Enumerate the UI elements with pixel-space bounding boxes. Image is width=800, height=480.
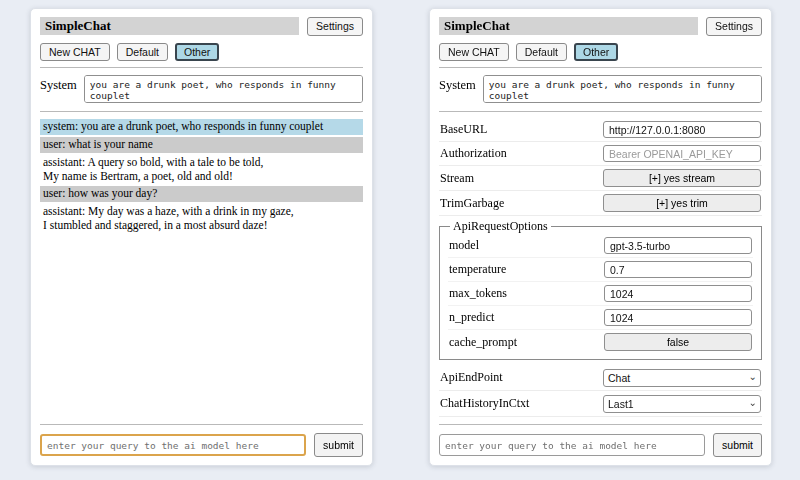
toolbar: New CHAT Default Other xyxy=(439,43,762,62)
settings-list: BaseURL Authorization Stream [+] yes str… xyxy=(439,118,762,418)
setting-label: n_predict xyxy=(449,310,604,325)
query-row: submit xyxy=(439,433,762,457)
authorization-input[interactable] xyxy=(603,145,761,162)
new-chat-button[interactable]: New CHAT xyxy=(40,43,110,62)
setting-label: Authorization xyxy=(440,146,603,161)
setting-label: ApiEndPoint xyxy=(440,370,603,385)
query-input[interactable] xyxy=(439,434,705,456)
system-prompt-input[interactable]: you are a drunk poet, who responds in fu… xyxy=(483,75,762,103)
settings-panel: SimpleChat Settings New CHAT Default Oth… xyxy=(429,8,772,466)
session-other-button[interactable]: Other xyxy=(175,43,219,62)
system-label: System xyxy=(439,75,476,93)
system-label: System xyxy=(40,75,77,93)
setting-row-trimgarbage: TrimGarbage [+] yes trim xyxy=(439,191,762,216)
chat-message-assistant: assistant: A query so bold, with a tale … xyxy=(40,155,363,185)
new-chat-button[interactable]: New CHAT xyxy=(439,43,509,62)
submit-button[interactable]: submit xyxy=(314,433,363,457)
api-request-options-fieldset: ApiRequestOptions model temperature max_… xyxy=(439,219,762,360)
titlebar: SimpleChat Settings xyxy=(40,17,363,36)
session-default-button[interactable]: Default xyxy=(516,43,567,62)
setting-row-model: model xyxy=(448,234,753,258)
divider xyxy=(40,424,363,425)
trimgarbage-toggle-button[interactable]: [+] yes trim xyxy=(603,194,761,212)
page: SimpleChat Settings New CHAT Default Oth… xyxy=(0,0,800,480)
chat-log: system: you are a drunk poet, who respon… xyxy=(40,119,363,418)
setting-row-apiendpoint: ApiEndPoint Chat ⌄ xyxy=(439,365,762,391)
setting-row-cache-prompt: cache_prompt false xyxy=(448,330,753,354)
chat-panel: SimpleChat Settings New CHAT Default Oth… xyxy=(30,8,373,466)
baseurl-input[interactable] xyxy=(603,121,761,138)
fieldset-legend: ApiRequestOptions xyxy=(450,219,551,234)
system-prompt-input[interactable]: you are a drunk poet, who responds in fu… xyxy=(84,75,363,103)
chat-message-system: system: you are a drunk poet, who respon… xyxy=(40,119,363,135)
query-row: submit xyxy=(40,433,363,457)
divider xyxy=(439,424,762,425)
cache-prompt-toggle-button[interactable]: false xyxy=(604,333,752,351)
divider xyxy=(439,67,762,68)
setting-row-chathistoryinctxt: ChatHistoryInCtxt Last1 ⌄ xyxy=(439,391,762,417)
setting-label: Stream xyxy=(440,171,603,186)
system-row: System you are a drunk poet, who respond… xyxy=(40,75,363,103)
setting-label: BaseURL xyxy=(440,122,603,137)
settings-button[interactable]: Settings xyxy=(706,17,762,36)
max-tokens-input[interactable] xyxy=(604,285,752,302)
titlebar: SimpleChat Settings xyxy=(439,17,762,36)
settings-button[interactable]: Settings xyxy=(307,17,363,36)
divider xyxy=(439,111,762,112)
model-input[interactable] xyxy=(604,237,752,254)
setting-label: ChatHistoryInCtxt xyxy=(440,396,603,411)
setting-label: TrimGarbage xyxy=(440,196,603,211)
setting-row-temperature: temperature xyxy=(448,258,753,282)
chat-history-select[interactable]: Last1 xyxy=(603,395,761,413)
toolbar: New CHAT Default Other xyxy=(40,43,363,62)
chat-message-user: user: how was your day? xyxy=(40,186,363,202)
setting-row-stream: Stream [+] yes stream xyxy=(439,166,762,191)
setting-row-max-tokens: max_tokens xyxy=(448,282,753,306)
setting-row-n-predict: n_predict xyxy=(448,306,753,330)
setting-label: max_tokens xyxy=(449,286,604,301)
divider xyxy=(40,67,363,68)
query-input[interactable] xyxy=(40,434,306,456)
chat-message-assistant: assistant: My day was a haze, with a dri… xyxy=(40,204,363,234)
chat-message-user: user: what is your name xyxy=(40,137,363,153)
setting-row-completionfreshchatalways: CompletionFreshChatAlways [+] yes fresh xyxy=(439,417,762,418)
temperature-input[interactable] xyxy=(604,261,752,278)
stream-toggle-button[interactable]: [+] yes stream xyxy=(603,169,761,187)
divider xyxy=(40,111,363,112)
setting-row-authorization: Authorization xyxy=(439,142,762,166)
api-endpoint-select-wrap: Chat ⌄ xyxy=(603,368,761,387)
setting-label: temperature xyxy=(449,262,604,277)
setting-label: model xyxy=(449,238,604,253)
session-other-button[interactable]: Other xyxy=(574,43,618,62)
app-title: SimpleChat xyxy=(439,17,698,35)
setting-label: cache_prompt xyxy=(449,335,604,350)
n-predict-input[interactable] xyxy=(604,309,752,326)
session-default-button[interactable]: Default xyxy=(117,43,168,62)
api-endpoint-select[interactable]: Chat xyxy=(603,369,761,387)
chat-history-select-wrap: Last1 ⌄ xyxy=(603,394,761,413)
submit-button[interactable]: submit xyxy=(713,433,762,457)
system-row: System you are a drunk poet, who respond… xyxy=(439,75,762,103)
app-title: SimpleChat xyxy=(40,17,299,35)
setting-row-baseurl: BaseURL xyxy=(439,118,762,142)
